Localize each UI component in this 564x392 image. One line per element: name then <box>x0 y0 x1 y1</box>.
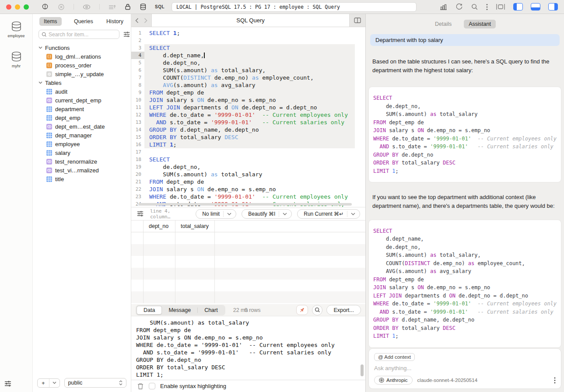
limit-dropdown[interactable]: No limit <box>196 209 236 219</box>
editor-line[interactable]: 14GROUP BY d.dept_name, de.dept_no <box>131 126 365 133</box>
connection-item-employee[interactable]: employee <box>7 21 25 38</box>
message-output[interactable]: SUM(s.amount) as total_salaryFROM dept_e… <box>131 316 365 380</box>
tab-sql-query[interactable]: SQL Query <box>151 14 350 27</box>
assistant-code-block-1[interactable]: SELECT de.dept_no, SUM(s.amount) as tota… <box>368 87 561 182</box>
table-row[interactable] <box>131 280 365 291</box>
search-results-button[interactable] <box>312 305 322 315</box>
editor-line[interactable]: 18SELECT <box>131 156 365 163</box>
tab-assistant[interactable]: Assistant <box>464 20 496 28</box>
tree-section-tables[interactable]: Tables <box>33 78 131 87</box>
editor-line[interactable]: 22JOIN salary s ON de.emp_no = s.emp_no <box>131 186 365 193</box>
sql-editor[interactable]: 1SELECT 1;23SELECT4 d.dept_name,5 de.dep… <box>131 27 365 207</box>
editor-line[interactable]: 5 de.dept_no, <box>131 59 365 66</box>
editor-horizontal-scrollbar[interactable] <box>138 203 352 206</box>
tree-item-function[interactable]: ()process_order <box>33 61 131 70</box>
tree-item-table[interactable]: audit <box>33 87 131 96</box>
tree-item-view[interactable]: current_dept_emp <box>33 96 131 105</box>
table-row[interactable] <box>131 291 365 303</box>
filter-sliders-icon[interactable] <box>4 380 12 388</box>
table-row[interactable] <box>131 256 365 268</box>
run-current-button[interactable]: Run Current ⌘↵ <box>297 209 360 219</box>
tree-item-view[interactable]: test_vi…rmalized <box>33 166 131 175</box>
pin-button[interactable] <box>296 305 308 315</box>
editor-line[interactable]: 15ORDER BY total_salary DESC <box>131 133 365 141</box>
editor-line[interactable]: 2 <box>131 37 365 44</box>
tree-item-view[interactable]: dept_em…est_date <box>33 122 131 131</box>
filter-sliders-icon[interactable] <box>123 31 130 38</box>
message-vertical-scrollbar[interactable] <box>361 364 364 376</box>
editor-line[interactable]: 11LEFT JOIN departments d ON de.dept_no … <box>131 104 365 111</box>
tab-history[interactable]: History <box>105 17 124 26</box>
database-icon[interactable] <box>140 3 147 10</box>
results-rows[interactable] <box>131 232 365 304</box>
lock-icon[interactable] <box>124 3 131 10</box>
add-context-chip[interactable]: @ Add context <box>374 353 415 361</box>
tree-item-table[interactable]: title <box>33 175 131 183</box>
editor-line[interactable]: 21FROM dept_emp de <box>131 178 365 186</box>
tree-section-functions[interactable]: Functions <box>33 43 131 52</box>
forward-icon[interactable] <box>144 18 147 23</box>
add-item-button[interactable]: + <box>37 378 60 388</box>
panel-bottom-toggle[interactable] <box>531 3 540 10</box>
search-box[interactable] <box>39 30 119 39</box>
tab-queries[interactable]: Queries <box>73 17 94 26</box>
kebab-icon[interactable] <box>486 4 488 10</box>
editor-line[interactable]: 16LIMIT 1; <box>131 141 365 148</box>
search-input[interactable] <box>49 32 116 38</box>
editor-line[interactable]: 17 <box>131 148 365 156</box>
editor-line[interactable]: 19 de.dept_no, <box>131 163 365 171</box>
composer-kebab-icon[interactable] <box>554 377 556 384</box>
search-icon[interactable] <box>471 3 478 10</box>
tree-item-view[interactable]: test_renormalize <box>33 157 131 166</box>
minimize-window-button[interactable] <box>15 4 20 10</box>
split-view-icon[interactable] <box>350 14 365 27</box>
tree-item-table[interactable]: employee <box>33 140 131 148</box>
tab-data[interactable]: Data <box>137 306 162 315</box>
beautify-button[interactable]: Beautify ⌘I <box>242 209 292 219</box>
tree-item-table[interactable]: salary <box>33 148 131 157</box>
editor-line[interactable]: 3SELECT <box>131 44 365 52</box>
column-header-total-salary[interactable]: total_salary <box>175 220 215 232</box>
connection-icon[interactable] <box>41 3 49 11</box>
tree-item-table[interactable]: dept_emp <box>33 113 131 122</box>
filter-sliders-icon[interactable] <box>137 210 144 217</box>
export-button[interactable]: Export... <box>326 305 361 315</box>
editor-line[interactable]: 1SELECT 1; <box>131 29 365 37</box>
editor-line[interactable]: 13 AND s.to_date = '9999-01-01' -- Curre… <box>131 119 365 126</box>
editor-line[interactable]: 6 SUM(s.amount) as total_salary, <box>131 66 365 74</box>
tab-chart[interactable]: Chart <box>198 306 224 315</box>
editor-line[interactable]: 12WHERE de.to_date = '9999-01-01' -- Cur… <box>131 111 365 119</box>
syntax-highlighting-checkbox[interactable] <box>149 383 155 389</box>
zoom-window-button[interactable] <box>24 4 29 10</box>
trash-icon[interactable] <box>137 382 144 390</box>
preview-eye-icon[interactable] <box>82 4 91 10</box>
close-window-button[interactable] <box>6 4 11 10</box>
refresh-icon[interactable] <box>455 3 463 10</box>
table-row[interactable] <box>131 232 365 244</box>
panel-left-toggle[interactable] <box>513 3 523 10</box>
disconnect-icon[interactable] <box>57 3 65 11</box>
tab-message[interactable]: Message <box>162 306 197 315</box>
editor-line[interactable]: 20 SUM(s.amount) as total_salary <box>131 171 365 178</box>
assistant-code-block-2[interactable]: SELECT d.dept_name, de.dept_no, SUM(s.am… <box>368 220 561 348</box>
tree-item-function[interactable]: ()log_dml…erations <box>33 52 131 61</box>
tree-item-trigger[interactable]: simple_…y_update <box>33 70 131 78</box>
schema-select[interactable]: public <box>64 378 126 388</box>
tree-item-table[interactable]: dept_manager <box>33 131 131 140</box>
tab-items[interactable]: Items <box>39 17 62 26</box>
editor-line[interactable]: 10JOIN salary s ON de.emp_no = s.emp_no <box>131 96 365 104</box>
editor-line[interactable]: 23WHERE de.to_date = '9999-01-01' -- Cur… <box>131 193 365 200</box>
column-header-dept-no[interactable]: dept_no <box>144 220 175 232</box>
back-icon[interactable] <box>135 18 139 23</box>
editor-line[interactable]: 4 d.dept_name, <box>131 52 365 59</box>
table-row[interactable] <box>131 268 365 280</box>
editor-line[interactable]: 9FROM dept_emp de <box>131 89 365 96</box>
tab-details[interactable]: Details <box>434 20 452 28</box>
chart-icon[interactable] <box>439 4 448 10</box>
editor-line[interactable]: 7 COUNT(DISTINCT de.emp_no) as employee_… <box>131 74 365 81</box>
window-layout-icon[interactable] <box>496 4 505 10</box>
conversation-topic[interactable]: Department with top salary <box>370 34 560 46</box>
tree-item-table[interactable]: department <box>33 105 131 113</box>
log-icon[interactable] <box>108 4 116 10</box>
assistant-composer[interactable]: @ Add context Ask anything... Anthropic … <box>368 348 561 389</box>
